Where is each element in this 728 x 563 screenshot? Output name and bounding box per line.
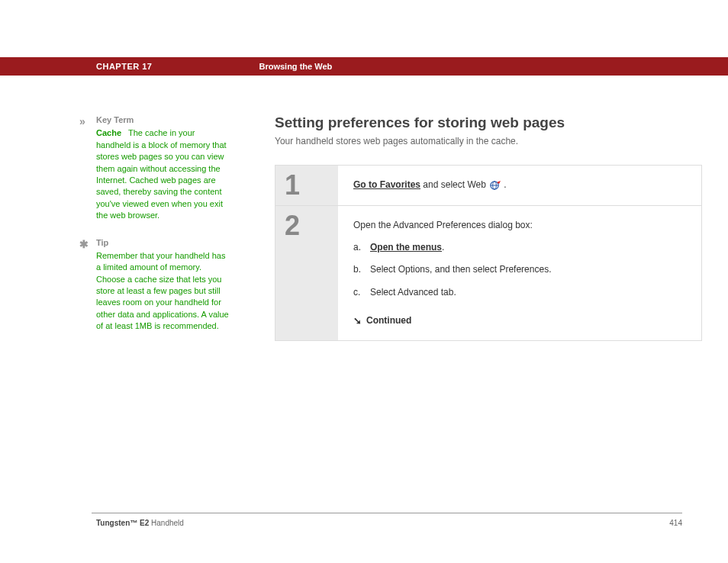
step-body: Go to Favorites and select Web . — [338, 166, 701, 205]
step-body: Open the Advanced Preferences dialog box… — [338, 206, 701, 340]
key-term-label: Key Term — [96, 114, 229, 126]
footer-page-number: 414 — [669, 519, 682, 527]
tip-text: Remember that your handheld has a limite… — [96, 250, 229, 333]
substep-b-text: Select Options, and then select Preferen… — [370, 262, 551, 277]
tip-block: ✱ Tip Remember that your handheld has a … — [76, 237, 229, 333]
go-to-favorites-link[interactable]: Go to Favorites — [353, 179, 420, 190]
substep-c-text: Select Advanced tab. — [370, 285, 456, 300]
step2-intro: Open the Advanced Preferences dialog box… — [353, 220, 533, 230]
page-heading: Setting preferences for storing web page… — [275, 114, 702, 131]
footer-product: Tungsten™ E2 Handheld — [96, 519, 184, 527]
key-term-definition: The cache in your handheld is a block of… — [96, 128, 227, 220]
page-subtext: Your handheld stores web pages automatic… — [275, 136, 702, 146]
step-number: 2 — [275, 206, 338, 340]
substep-b: b. Select Options, and then select Prefe… — [353, 262, 686, 277]
substep-letter: c. — [353, 285, 370, 300]
continued-arrow-icon: ➘ — [353, 316, 362, 326]
substep-letter: a. — [353, 240, 370, 255]
open-menus-link[interactable]: Open the menus — [370, 242, 442, 253]
substep-c: c. Select Advanced tab. — [353, 285, 686, 300]
substep-a-period: . — [442, 242, 444, 253]
sidebar: » Key Term Cache The cache in your handh… — [76, 114, 244, 348]
footer-product-name: Tungsten™ E2 — [96, 519, 149, 527]
chapter-header: CHAPTER 17 Browsing the Web — [0, 57, 728, 76]
key-term-word: Cache — [96, 128, 121, 137]
footer-divider — [92, 513, 682, 513]
web-globe-icon — [490, 180, 502, 191]
tip-icon: ✱ — [79, 237, 89, 253]
footer: Tungsten™ E2 Handheld 414 — [96, 519, 682, 527]
main-content: Setting preferences for storing web page… — [275, 114, 702, 348]
substep-a: a. Open the menus. — [353, 240, 686, 255]
key-term-block: » Key Term Cache The cache in your handh… — [76, 114, 229, 222]
steps-box: 1 Go to Favorites and select Web . 2 Ope… — [275, 165, 702, 341]
tip-label: Tip — [96, 237, 229, 249]
step-1: 1 Go to Favorites and select Web . — [275, 166, 701, 206]
chapter-number: CHAPTER 17 — [96, 62, 152, 71]
substep-letter: b. — [353, 262, 370, 277]
key-term-text: Cache The cache in your handheld is a bl… — [96, 127, 229, 221]
footer-product-rest: Handheld — [149, 519, 184, 527]
continued-label: Continued — [366, 314, 411, 328]
step1-period: . — [504, 179, 506, 190]
step-number: 1 — [275, 166, 338, 205]
continued-indicator: ➘ Continued — [353, 314, 686, 328]
step1-text: and select Web — [420, 179, 488, 190]
chapter-title: Browsing the Web — [259, 62, 332, 71]
step-2: 2 Open the Advanced Preferences dialog b… — [275, 206, 701, 340]
key-term-icon: » — [79, 114, 85, 130]
